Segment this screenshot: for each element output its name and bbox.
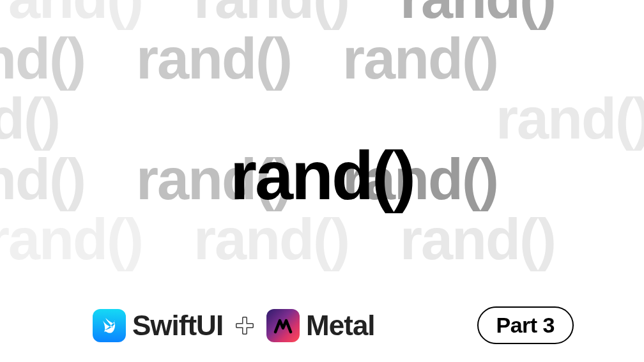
swiftui-label: SwiftUI [132, 310, 223, 342]
bg-word: rand() [0, 89, 59, 149]
metal-icon [266, 309, 300, 342]
swift-icon [93, 309, 126, 342]
bg-word: rand() [194, 0, 349, 29]
bg-word: rand() [342, 29, 498, 89]
part-badge: Part 3 [477, 306, 574, 344]
bg-word: rand() [0, 29, 85, 89]
bg-word: rand() [400, 209, 555, 270]
tech-group: SwiftUI Metal [93, 309, 375, 342]
metal-label: Metal [306, 310, 374, 342]
bg-row: rand()rand()rand() [0, 29, 644, 89]
bg-word: rand() [136, 29, 291, 89]
bg-word: rand() [400, 0, 555, 29]
plus-icon [232, 313, 257, 338]
bg-word: rand() [496, 89, 644, 149]
bg-word: rand() [0, 209, 142, 270]
bg-row: rand()rand()rand() [0, 209, 644, 270]
svg-rect-3 [237, 324, 253, 327]
swiftui-badge: SwiftUI [93, 309, 223, 342]
bg-word: rand() [194, 209, 349, 270]
metal-badge: Metal [266, 309, 374, 342]
bg-word: rand() [0, 149, 85, 210]
footer-bar: SwiftUI Metal Part 3 [0, 306, 644, 344]
bg-word: rand() [0, 0, 142, 29]
main-title: rand() [230, 135, 414, 215]
bg-row: rand()rand()rand() [0, 0, 644, 29]
